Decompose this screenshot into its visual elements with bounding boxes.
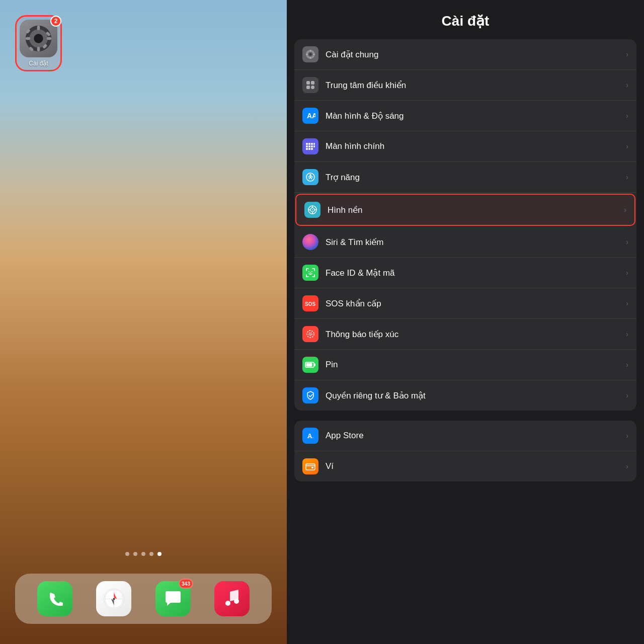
quyen-rieng-tu-icon [302,387,318,404]
dot-2 [133,552,137,556]
man-hinh-chevron: › [626,112,628,120]
pin-icon [302,357,318,373]
svg-text:SOS: SOS [305,301,315,307]
app-store-label: App Store [326,431,626,441]
svg-rect-23 [310,50,311,52]
svg-point-53 [311,271,312,272]
thong-bao-chevron: › [626,330,628,338]
settings-panel: Cài đặt Cài đặt chung › [287,0,644,644]
trung-tam-label: Trung tâm điều khiển [326,80,626,91]
cai-dat-chung-icon [302,46,318,62]
app-store-icon: A [302,428,318,444]
pin-chevron: › [626,361,628,369]
svg-rect-26 [313,54,315,55]
settings-group-2: A App Store › Ví › [294,421,636,481]
svg-rect-40 [306,148,308,150]
man-hinh-label: Màn hình & Độ sáng [326,111,626,121]
siri-label: Siri & Tìm kiếm [326,237,626,248]
pin-label: Pin [326,360,626,370]
svg-rect-24 [310,57,311,59]
settings-item-app-store[interactable]: A App Store › [294,421,636,451]
settings-app-icon[interactable]: 2 Cài đặt [15,15,62,71]
svg-point-30 [311,86,314,89]
hinh-nen-icon [304,202,320,218]
svg-rect-37 [308,145,310,147]
sos-chevron: › [626,299,628,307]
tro-nang-label: Trợ năng [326,172,626,183]
settings-group-1: Cài đặt chung › Trung tâm điều khiển › [294,39,636,411]
svg-rect-41 [308,148,310,150]
notification-badge: 2 [50,16,61,27]
cai-dat-chung-chevron: › [626,50,628,58]
dock-music-app[interactable] [214,581,250,616]
svg-point-18 [225,601,230,606]
face-id-label: Face ID & Mật mã [326,268,626,278]
face-id-chevron: › [626,269,628,277]
sos-icon: SOS [302,295,318,311]
dock-safari-app[interactable] [96,581,131,616]
man-hinh-icon: AA [302,108,318,124]
settings-app-label: Cài đặt [29,60,48,67]
svg-point-17 [113,598,115,600]
cai-dat-chung-label: Cài đặt chung [326,49,626,60]
svg-rect-3 [37,26,40,30]
dot-3 [141,552,145,556]
svg-rect-27 [306,81,310,85]
dock-messages-app[interactable]: 343 [155,581,191,616]
vi-label: Ví [326,461,626,471]
quyen-rieng-tu-chevron: › [626,391,628,399]
dot-1 [125,552,129,556]
settings-item-trung-tam[interactable]: Trung tâm điều khiển › [294,70,636,101]
svg-rect-39 [313,145,315,147]
settings-item-face-id[interactable]: Face ID & Mật mã › [294,258,636,288]
tro-nang-chevron: › [626,173,628,181]
svg-point-47 [312,209,313,210]
svg-rect-4 [37,47,40,51]
settings-item-sos[interactable]: SOS SOS khẩn cấp › [294,288,636,319]
svg-rect-33 [308,143,310,145]
dot-4 [149,552,153,556]
tro-nang-icon [302,169,318,185]
svg-point-22 [309,53,312,56]
svg-point-19 [234,599,239,604]
svg-rect-38 [311,145,313,147]
settings-item-pin[interactable]: Pin › [294,350,636,380]
svg-point-58 [310,334,311,335]
settings-list: Cài đặt chung › Trung tâm điều khiển › [287,39,644,644]
svg-rect-65 [311,467,313,468]
wallpaper [0,0,287,644]
svg-rect-5 [26,37,30,40]
dock-phone-app[interactable] [37,581,72,616]
settings-item-tro-nang[interactable]: Trợ năng › [294,162,636,193]
man-hinh-chinh-icon [302,138,318,154]
settings-title: Cài đặt [287,0,644,39]
svg-point-44 [309,174,311,176]
thong-bao-icon [302,326,318,342]
settings-item-thong-bao[interactable]: Thông báo tiếp xúc › [294,319,636,350]
settings-icon-graphic: 2 [20,20,57,57]
settings-item-vi[interactable]: Ví › [294,451,636,481]
settings-item-man-hinh[interactable]: AA Màn hình & Độ sáng › [294,101,636,131]
svg-text:A: A [307,432,312,440]
vi-icon [302,458,318,474]
svg-rect-35 [313,143,315,145]
hinh-nen-label: Hình nền [328,205,624,215]
settings-item-siri[interactable]: Siri & Tìm kiếm › [294,227,636,258]
svg-rect-64 [306,465,315,466]
face-id-icon [302,265,318,281]
settings-item-hinh-nen[interactable]: Hình nền › [295,194,635,226]
hinh-nen-chevron: › [624,206,626,214]
svg-point-2 [34,34,43,43]
home-screen: 2 Cài đặt [0,0,287,644]
thong-bao-label: Thông báo tiếp xúc [326,329,626,340]
dock: 343 [15,574,272,624]
svg-rect-29 [306,86,310,89]
settings-item-cai-dat-chung[interactable]: Cài đặt chung › [294,39,636,70]
settings-item-man-hinh-chinh[interactable]: Màn hình chính › [294,131,636,162]
svg-point-52 [308,271,309,272]
svg-rect-63 [306,464,315,470]
man-hinh-chinh-label: Màn hình chính [326,141,626,151]
svg-rect-42 [311,148,313,150]
settings-item-quyen-rieng-tu[interactable]: Quyền riêng tư & Bảo mật › [294,380,636,411]
siri-icon [302,234,318,250]
